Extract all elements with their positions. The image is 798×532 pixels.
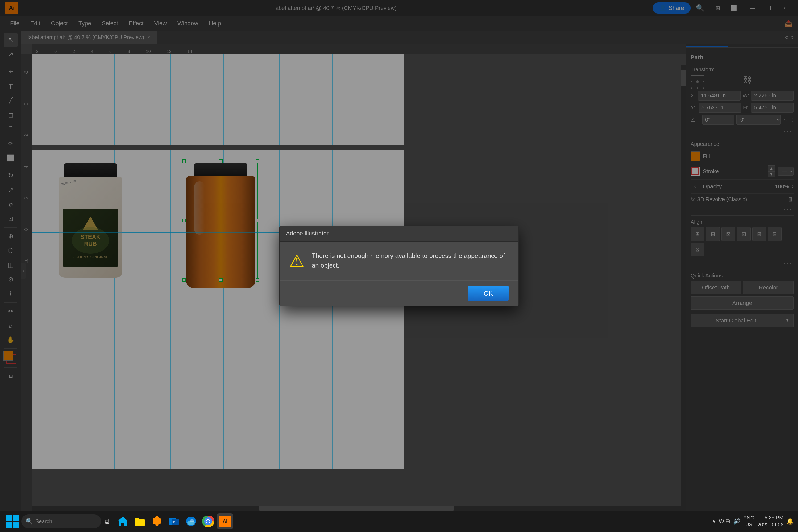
notification-button[interactable]: 🔔: [786, 518, 794, 525]
chrome-icon: [202, 515, 214, 527]
dialog-title: Adobe Illustrator: [280, 226, 518, 242]
notification-icon: [151, 515, 163, 527]
svg-marker-14: [118, 517, 128, 526]
svg-rect-13: [13, 522, 19, 528]
taskbar-home[interactable]: [115, 513, 131, 529]
taskbar-notification-bell[interactable]: [149, 513, 165, 529]
start-button[interactable]: [4, 513, 20, 529]
taskbar-illustrator[interactable]: Ai: [217, 513, 233, 529]
svg-rect-16: [135, 518, 139, 520]
ai-taskbar-icon: Ai: [219, 515, 231, 527]
svg-point-28: [206, 520, 210, 523]
sys-icons: ∧ WiFi 🔊: [712, 518, 740, 525]
wifi-icon[interactable]: WiFi: [719, 518, 730, 525]
svg-text:M: M: [172, 520, 175, 524]
system-tray: ∧ WiFi 🔊 ENGUS 5:28 PM 2022-09-06 🔔: [712, 514, 794, 528]
svg-rect-10: [6, 515, 12, 521]
windows-logo-icon: [6, 515, 19, 528]
language-display[interactable]: ENGUS: [743, 515, 754, 528]
taskbar-apps: M Ai: [115, 513, 233, 529]
dialog-ok-button[interactable]: OK: [468, 286, 509, 301]
taskbar-outlook[interactable]: M: [166, 513, 182, 529]
dialog-message-text: There is not enough memory available to …: [312, 251, 509, 270]
taskbar-search-icon: 🔍: [25, 518, 33, 525]
clock-time: 5:28 PM: [758, 514, 783, 521]
dialog-overlay[interactable]: Adobe Illustrator ⚠ There is not enough …: [0, 0, 798, 532]
svg-rect-11: [13, 515, 19, 521]
svg-rect-12: [6, 522, 12, 528]
svg-rect-15: [135, 519, 145, 526]
chevron-up-icon[interactable]: ∧: [712, 518, 716, 525]
outlook-icon: M: [168, 515, 180, 527]
svg-point-25: [190, 519, 194, 522]
taskbar-search-placeholder: Search: [35, 518, 52, 525]
time-display[interactable]: 5:28 PM 2022-09-06: [758, 514, 783, 528]
task-view-button[interactable]: ⧉: [102, 515, 112, 528]
svg-rect-19: [155, 524, 158, 526]
alert-dialog: Adobe Illustrator ⚠ There is not enough …: [279, 226, 519, 306]
dialog-body: ⚠ There is not enough memory available t…: [280, 242, 518, 280]
taskbar-file-explorer[interactable]: [132, 513, 148, 529]
home-icon: [117, 515, 129, 527]
taskbar: 🔍 Search ⧉: [0, 511, 798, 532]
warning-icon: ⚠: [289, 251, 304, 271]
edge-icon: [185, 515, 197, 527]
file-explorer-icon: [134, 515, 146, 527]
svg-rect-18: [153, 518, 161, 524]
speaker-icon[interactable]: 🔊: [733, 518, 740, 525]
dialog-footer: OK: [280, 280, 518, 306]
clock-date: 2022-09-06: [758, 521, 783, 529]
taskbar-chrome[interactable]: [200, 513, 216, 529]
taskbar-search[interactable]: 🔍 Search: [21, 514, 101, 528]
taskbar-edge[interactable]: [183, 513, 199, 529]
